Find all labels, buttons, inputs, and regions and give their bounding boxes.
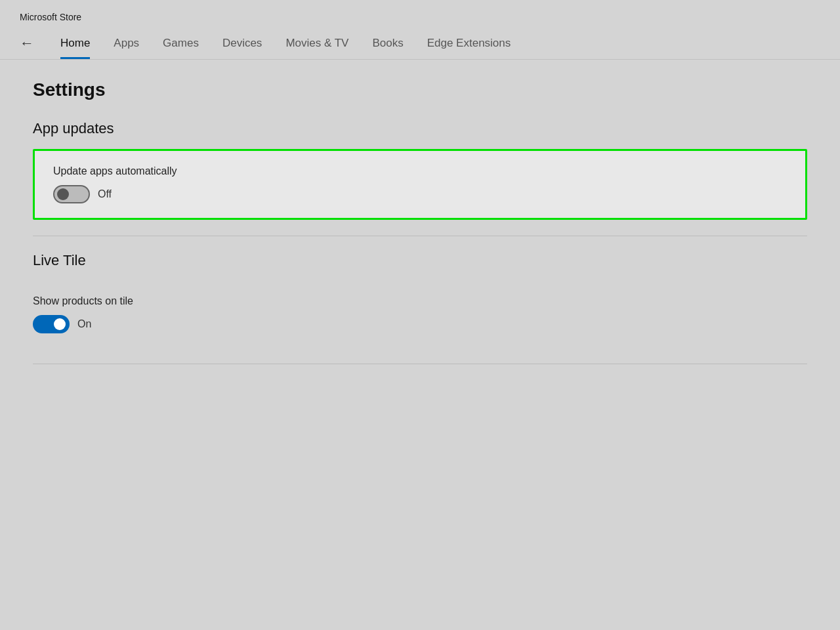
back-arrow-icon: ← xyxy=(20,35,34,52)
toggle-row-update-apps-automatically: Off xyxy=(53,185,787,203)
section-title-live-tile: Live Tile xyxy=(33,252,807,269)
setting-show-products-on-tile: Show products on tileOn xyxy=(33,281,807,348)
section-title-app-updates: App updates xyxy=(33,120,807,137)
app-title: Microsoft Store xyxy=(20,12,81,22)
nav-item-home[interactable]: Home xyxy=(49,28,102,59)
toggle-track-update-apps-automatically xyxy=(53,185,90,203)
nav-bar: ← HomeAppsGamesDevicesMovies & TVBooksEd… xyxy=(0,28,840,60)
nav-item-books[interactable]: Books xyxy=(360,28,415,59)
toggle-state-label-show-products-on-tile: On xyxy=(77,318,91,330)
toggle-state-label-update-apps-automatically: Off xyxy=(98,188,112,200)
toggle-thumb-update-apps-automatically xyxy=(57,188,69,200)
title-bar: Microsoft Store xyxy=(0,0,840,28)
nav-item-devices[interactable]: Devices xyxy=(211,28,274,59)
back-button[interactable]: ← xyxy=(20,28,42,58)
nav-item-movies-tv[interactable]: Movies & TV xyxy=(274,28,360,59)
setting-label-update-apps-automatically: Update apps automatically xyxy=(53,165,787,177)
toggle-track-show-products-on-tile xyxy=(33,315,70,333)
section-live-tile: Live TileShow products on tileOn xyxy=(33,252,807,348)
toggle-update-apps-automatically[interactable] xyxy=(53,185,90,203)
nav-item-games[interactable]: Games xyxy=(151,28,211,59)
divider-0 xyxy=(33,236,807,236)
setting-update-apps-automatically: Update apps automaticallyOff xyxy=(33,149,807,220)
toggle-row-show-products-on-tile: On xyxy=(33,315,807,333)
page-title: Settings xyxy=(33,79,807,100)
nav-item-apps[interactable]: Apps xyxy=(102,28,151,59)
setting-label-show-products-on-tile: Show products on tile xyxy=(33,295,807,307)
content-area: Settings App updatesUpdate apps automati… xyxy=(0,60,840,400)
toggle-show-products-on-tile[interactable] xyxy=(33,315,70,333)
toggle-thumb-show-products-on-tile xyxy=(54,318,66,330)
nav-item-edge-extensions[interactable]: Edge Extensions xyxy=(415,28,523,59)
divider-bottom xyxy=(33,364,807,364)
section-app-updates: App updatesUpdate apps automaticallyOff xyxy=(33,120,807,220)
